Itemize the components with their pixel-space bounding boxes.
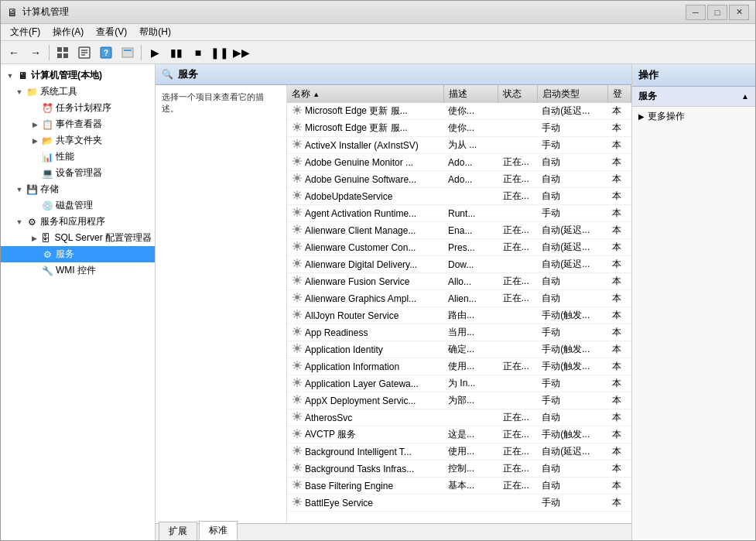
expand-services-icon[interactable]: ▶	[29, 248, 41, 261]
table-row[interactable]: Application Identity确定...手动(触发...本	[287, 341, 631, 358]
tree-item-event-viewer[interactable]: ▶ 📋 事件查看器	[1, 116, 155, 132]
table-row[interactable]: AllJoyn Router Service路由...手动(触发...本	[287, 307, 631, 324]
service-name-text: App Readiness	[305, 327, 368, 338]
pause2-button[interactable]: ❚❚	[210, 43, 230, 62]
back-button[interactable]: ←	[4, 43, 24, 62]
col-status[interactable]: 状态	[498, 85, 538, 103]
tree-item-task-scheduler[interactable]: ▶ ⏰ 任务计划程序	[1, 100, 155, 116]
table-row[interactable]: Application Information使用...正在...手动(触发..…	[287, 358, 631, 375]
service-name-text: Alienware Digital Delivery...	[305, 259, 417, 270]
svg-point-14	[296, 142, 299, 146]
col-name[interactable]: 名称 ▲	[287, 85, 443, 103]
stop-button[interactable]: ■	[188, 43, 208, 62]
expand-perf-icon[interactable]: ▶	[29, 151, 41, 163]
tree-item-shared-folders[interactable]: ▶ 📂 共享文件夹	[1, 132, 155, 149]
more-actions-item[interactable]: ▶ 更多操作	[632, 107, 755, 126]
expand-disk-icon[interactable]: ▶	[29, 200, 41, 212]
skip-button[interactable]: ▶▶	[231, 43, 251, 62]
service-gear-icon	[292, 156, 303, 169]
show-hide-button[interactable]	[53, 43, 73, 62]
service-name-text: Alienware Fusion Service	[305, 276, 409, 287]
table-row[interactable]: Application Layer Gatewa...为 In...手动本	[287, 375, 631, 392]
service-status-cell	[498, 341, 538, 358]
table-row[interactable]: Alienware Client Manage...Ena...正在...自动(…	[287, 222, 631, 239]
table-row[interactable]: Microsoft Edge 更新 服...使你...自动(延迟...本	[287, 103, 631, 120]
svg-point-22	[296, 279, 299, 282]
table-row[interactable]: Base Filtering Engine基本...正在...自动本	[287, 478, 631, 495]
tree-item-system-tools[interactable]: ▼ 📁 系统工具	[1, 84, 155, 100]
table-row[interactable]: Microsoft Edge 更新 服...使你...手动本	[287, 120, 631, 137]
service-name-text: BattlEye Service	[305, 498, 373, 508]
tab-standard[interactable]: 标准	[199, 521, 238, 540]
service-status-cell: 正在...	[498, 461, 538, 478]
forward-button[interactable]: →	[26, 43, 46, 62]
toolbar-sep-2	[141, 45, 142, 60]
service-desc-cell: Dow...	[443, 256, 498, 273]
table-row[interactable]: App Readiness当用...手动本	[287, 324, 631, 341]
tree-item-disk-mgmt[interactable]: ▶ 💿 磁盘管理	[1, 197, 155, 214]
expand-storage-icon[interactable]: ▼	[13, 183, 26, 196]
table-row[interactable]: Agent Activation Runtime...Runt...手动本	[287, 205, 631, 222]
tree-item-sql-server[interactable]: ▶ 🗄 SQL Server 配置管理器	[1, 230, 155, 246]
table-row[interactable]: Adobe Genuine Software...Ado...正在...自动本	[287, 171, 631, 188]
table-row[interactable]: Alienware Graphics Ampl...Alien...正在...自…	[287, 290, 631, 307]
view-button[interactable]	[118, 43, 138, 62]
close-button[interactable]: ✕	[729, 5, 749, 20]
expand-root-icon[interactable]: ▼	[4, 70, 16, 82]
pause-button[interactable]: ▮▮	[166, 43, 186, 62]
table-row[interactable]: Background Tasks Infras...控制...正在...自动本	[287, 461, 631, 478]
play-button[interactable]: ▶	[145, 43, 165, 62]
svg-point-34	[296, 483, 299, 487]
service-status-cell: 正在...	[498, 478, 538, 495]
table-row[interactable]: Alienware Customer Con...Pres...正在...自动(…	[287, 239, 631, 256]
tree-item-services-apps[interactable]: ▼ ⚙ 服务和应用程序	[1, 214, 155, 230]
table-row[interactable]: Alienware Fusion ServiceAllo...正在...自动本	[287, 273, 631, 290]
expand-task-icon[interactable]: ▶	[29, 102, 41, 115]
table-row[interactable]: Background Intelligent T...使用...正在...自动(…	[287, 443, 631, 461]
tree-root[interactable]: ▼ 🖥 计算机管理(本地)	[1, 67, 155, 84]
table-row[interactable]: AtherosSvc正在...自动本	[287, 409, 631, 426]
sql-icon: 🗄	[39, 232, 52, 245]
menu-file[interactable]: 文件(F)	[4, 24, 46, 40]
tree-item-wmi[interactable]: ▶ 🔧 WMI 控件	[1, 262, 155, 279]
table-row[interactable]: Alienware Digital Delivery...Dow...自动(延迟…	[287, 256, 631, 273]
expand-event-icon[interactable]: ▶	[29, 118, 41, 131]
tree-item-services[interactable]: ▶ ⚙ 服务	[1, 246, 155, 262]
expand-device-icon[interactable]: ▶	[29, 167, 41, 180]
tab-extended[interactable]: 扩展	[159, 522, 197, 540]
minimize-button[interactable]: ─	[686, 5, 706, 20]
service-name-text: AdobeUpdateService	[305, 191, 392, 202]
service-login-cell: 本	[607, 375, 631, 392]
menu-help[interactable]: 帮助(H)	[133, 24, 177, 40]
service-startup-cell: 自动	[537, 290, 607, 307]
service-gear-icon	[292, 428, 303, 441]
table-row[interactable]: AdobeUpdateService正在...自动本	[287, 188, 631, 205]
table-row[interactable]: BattlEye Service手动本	[287, 495, 631, 512]
services-table-area[interactable]: 名称 ▲ 描述 状态 启动类型 登	[287, 85, 631, 523]
menu-view[interactable]: 查看(V)	[90, 24, 133, 40]
expand-shared-icon[interactable]: ▶	[29, 135, 41, 147]
maximize-button[interactable]: □	[707, 5, 727, 20]
table-row[interactable]: ActiveX Installer (AxInstSV)为从 ...手动本	[287, 137, 631, 154]
expand-sql-icon[interactable]: ▶	[29, 232, 39, 245]
service-gear-icon	[292, 309, 303, 322]
service-desc-cell: Alien...	[443, 290, 498, 307]
col-startup[interactable]: 启动类型	[537, 85, 607, 103]
table-row[interactable]: Adobe Genuine Monitor ...Ado...正在...自动本	[287, 154, 631, 171]
col-desc[interactable]: 描述	[443, 85, 498, 103]
expand-svc-apps-icon[interactable]: ▼	[13, 216, 26, 228]
disk-icon: 💿	[41, 200, 53, 212]
service-gear-icon	[292, 343, 303, 356]
expand-system-icon[interactable]: ▼	[13, 86, 26, 98]
tree-item-storage[interactable]: ▼ 💾 存储	[1, 181, 155, 197]
col-login[interactable]: 登	[607, 85, 631, 103]
properties-button[interactable]	[74, 43, 94, 62]
expand-wmi-icon[interactable]: ▶	[29, 265, 41, 277]
menu-action[interactable]: 操作(A)	[46, 24, 90, 40]
service-status-cell	[498, 205, 538, 222]
table-row[interactable]: AppX Deployment Servic...为部...手动本	[287, 392, 631, 409]
tree-item-performance[interactable]: ▶ 📊 性能	[1, 149, 155, 165]
tree-item-device-manager[interactable]: ▶ 💻 设备管理器	[1, 165, 155, 181]
table-row[interactable]: AVCTP 服务这是...正在...手动(触发...本	[287, 426, 631, 443]
help-button[interactable]: ?	[96, 43, 116, 62]
